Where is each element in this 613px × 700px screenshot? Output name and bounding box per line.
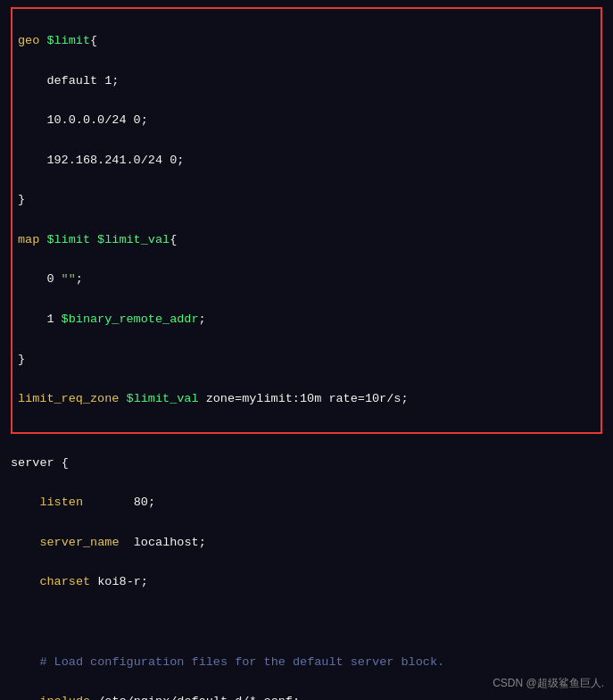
- code-line: listen 80;: [11, 493, 602, 512]
- code-block: geo $limit{ default 1; 10.0.0.0/24 0; 19…: [11, 7, 602, 700]
- code-line: }: [18, 350, 595, 370]
- code-line: 10.0.0.0/24 0;: [18, 111, 595, 130]
- code-line: charset koi8-r;: [11, 572, 602, 592]
- code-line: map $limit $limit_val{: [18, 230, 595, 250]
- code-line: geo $limit{: [18, 31, 595, 51]
- code-line: }: [18, 190, 595, 210]
- code-line: default 1;: [18, 71, 595, 91]
- code-line: server {: [11, 454, 602, 473]
- code-line: [11, 612, 602, 632]
- code-line: 1 $binary_remote_addr;: [18, 310, 595, 329]
- code-line: 0 "";: [18, 270, 595, 289]
- code-line: limit_req_zone $limit_val zone=mylimit:1…: [18, 389, 595, 409]
- watermark: CSDN @超级鲨鱼巨人.: [493, 676, 604, 691]
- code-line: include /etc/nginx/default.d/*.conf;: [11, 692, 602, 700]
- code-line: server_name localhost;: [11, 533, 602, 553]
- code-line: 192.168.241.0/24 0;: [18, 151, 595, 171]
- code-container: geo $limit{ default 1; 10.0.0.0/24 0; 19…: [0, 0, 613, 700]
- top-red-box: geo $limit{ default 1; 10.0.0.0/24 0; 19…: [11, 7, 602, 434]
- code-line: # Load configuration files for the defau…: [11, 653, 602, 672]
